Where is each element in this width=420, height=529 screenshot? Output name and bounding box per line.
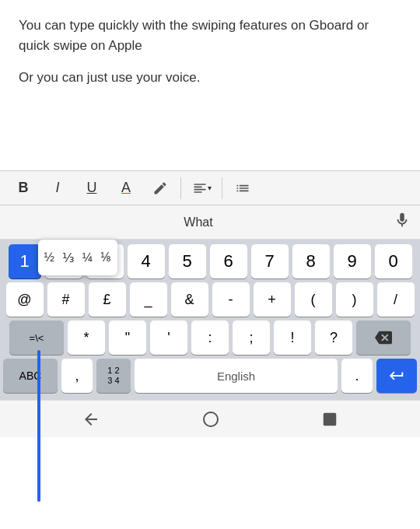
mic-svg <box>394 212 411 229</box>
toolbar-separator-2 <box>222 177 222 199</box>
key-single-quote[interactable]: ' <box>150 321 187 355</box>
text-line-1: You can type quickly with the swiping fe… <box>19 16 401 55</box>
key-colon[interactable]: : <box>191 321 229 355</box>
symbols-toggle-icon: =\< <box>30 332 44 344</box>
key-comma[interactable]: , <box>61 359 93 393</box>
nav-back-svg <box>82 410 100 429</box>
pencil-icon[interactable] <box>143 171 177 205</box>
keyboard-row-1: 1 ½ ⅓ ¼ ⅛ 2 3 4 5 6 7 8 9 0 <box>3 244 417 279</box>
keyboard: 1 ½ ⅓ ¼ ⅛ 2 3 4 5 6 7 8 9 0 @ # £ _ & - … <box>0 240 420 400</box>
key-exclaim[interactable]: ! <box>274 321 311 355</box>
key-plus[interactable]: + <box>254 282 291 317</box>
key-minus[interactable]: - <box>212 282 250 317</box>
fraction-third[interactable]: ⅓ <box>62 250 75 265</box>
enter-svg <box>388 367 405 384</box>
mic-button[interactable] <box>387 212 411 233</box>
toolbar-separator-1 <box>180 177 181 199</box>
key-enter[interactable] <box>376 359 417 393</box>
key-0[interactable]: 0 <box>375 244 412 279</box>
keyboard-row-3: =\< * " ' : ; ! ? <box>3 321 417 355</box>
key-close-paren[interactable]: ) <box>336 282 373 317</box>
key-question[interactable]: ? <box>315 321 352 355</box>
italic-button[interactable]: I <box>40 171 75 205</box>
font-color-button[interactable]: A <box>109 171 143 205</box>
key-4[interactable]: 4 <box>128 244 165 279</box>
key-asterisk[interactable]: * <box>68 321 105 355</box>
fraction-popup: ½ ⅓ ¼ ⅛ <box>38 240 117 275</box>
key-ampersand[interactable]: & <box>171 282 208 317</box>
pencil-svg <box>152 180 168 196</box>
text-area: You can type quickly with the swiping fe… <box>0 0 420 171</box>
key-semicolon[interactable]: ; <box>233 321 270 355</box>
key-open-paren[interactable]: ( <box>295 282 332 317</box>
fraction-toggle-label: 1 23 4 <box>107 366 119 386</box>
key-at[interactable]: @ <box>6 282 44 317</box>
align-button[interactable]: ▾ <box>184 171 219 205</box>
key-slash[interactable]: / <box>377 282 415 317</box>
nav-recent-button[interactable] <box>321 411 338 428</box>
keyboard-row-4: ABC , 1 23 4 English . <box>3 359 417 393</box>
backspace-svg <box>375 329 392 346</box>
key-double-quote[interactable]: " <box>109 321 146 355</box>
key-spacebar[interactable]: English <box>135 359 338 393</box>
underline-button[interactable]: U <box>75 171 109 205</box>
key-7[interactable]: 7 <box>251 244 289 279</box>
nav-home-svg <box>201 410 220 429</box>
keyboard-row-2: @ # £ _ & - + ( ) / <box>3 282 417 317</box>
key-5[interactable]: 5 <box>169 244 206 279</box>
key-9[interactable]: 9 <box>334 244 371 279</box>
svg-rect-1 <box>324 412 337 426</box>
fraction-half[interactable]: ½ <box>44 250 54 264</box>
bold-button[interactable]: B <box>6 171 40 205</box>
nav-back-button[interactable] <box>82 410 100 429</box>
key-symbols-toggle[interactable]: =\< <box>9 321 64 355</box>
formatting-toolbar: B I U A ▾ <box>0 171 420 205</box>
key-period[interactable]: . <box>341 359 373 393</box>
list-svg <box>235 180 250 196</box>
nav-recent-svg <box>321 411 338 428</box>
fraction-quarter[interactable]: ¼ <box>82 250 93 264</box>
key-fraction-toggle[interactable]: 1 23 4 <box>96 359 131 393</box>
text-line-2: Or you can just use your voice. <box>19 68 401 88</box>
key-backspace[interactable] <box>356 321 411 355</box>
cursor-line <box>37 350 40 502</box>
list-button[interactable] <box>226 171 260 205</box>
key-underscore[interactable]: _ <box>130 282 167 317</box>
align-svg <box>192 180 208 196</box>
key-hash[interactable]: # <box>47 282 85 317</box>
key-6[interactable]: 6 <box>210 244 247 279</box>
key-abc[interactable]: ABC <box>3 359 58 393</box>
nav-home-button[interactable] <box>201 410 220 429</box>
align-dropdown: ▾ <box>208 184 212 192</box>
fraction-eighth[interactable]: ⅛ <box>100 250 110 264</box>
key-8[interactable]: 8 <box>292 244 330 279</box>
nav-bar <box>0 400 420 437</box>
suggestion-bar: What <box>0 205 420 240</box>
key-1-container: 1 ½ ⅓ ¼ ⅛ <box>9 244 41 279</box>
key-1[interactable]: 1 <box>9 244 41 279</box>
key-pound[interactable]: £ <box>89 282 126 317</box>
svg-point-0 <box>204 412 218 426</box>
suggestion-item-1[interactable]: What <box>9 215 387 229</box>
